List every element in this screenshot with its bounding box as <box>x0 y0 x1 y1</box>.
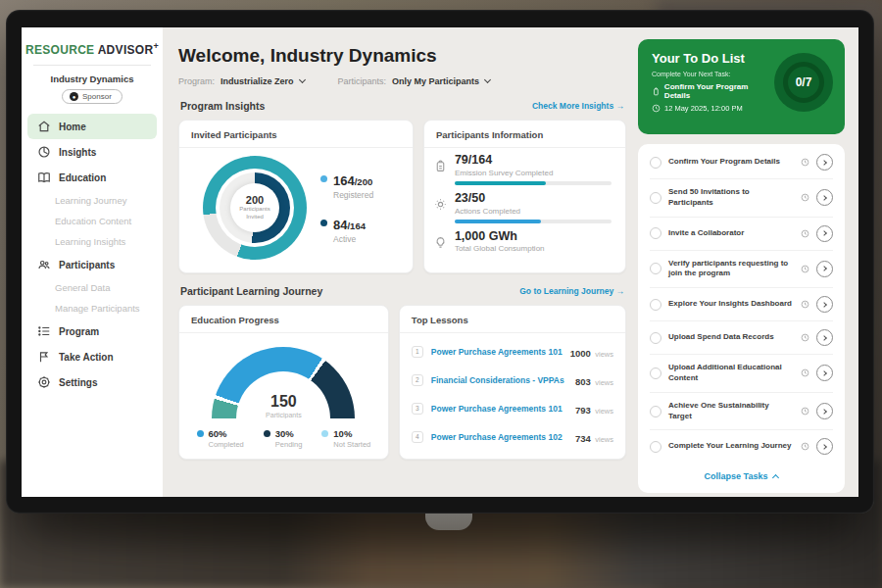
task-chevron-button[interactable] <box>816 225 833 242</box>
task-checkbox[interactable] <box>650 368 662 379</box>
sidebar-item[interactable]: Take Action <box>22 344 163 369</box>
take-action-icon <box>37 350 51 364</box>
task-chevron-button[interactable] <box>816 403 833 419</box>
task-row[interactable]: Invite a Collaborator <box>650 218 833 251</box>
top-lessons-card: Top Lessons 1 Power Purchase Agreements … <box>399 305 626 460</box>
task-checkbox[interactable] <box>650 157 662 169</box>
task-chevron-button[interactable] <box>816 261 833 277</box>
logo-plus: + <box>153 41 159 51</box>
task-chevron-button[interactable] <box>816 189 833 206</box>
clock-icon <box>801 193 809 202</box>
clock-icon <box>801 368 809 377</box>
task-checkbox[interactable] <box>650 299 662 311</box>
info-value: 1,000 GWh <box>455 230 612 244</box>
clipboard-icon <box>652 87 661 96</box>
sidebar-item-label: Learning Journey <box>55 195 126 206</box>
info-row: 79/164 Emission Survey Completed <box>434 154 612 185</box>
lesson-link[interactable]: Financial Considerations - VPPAs <box>431 375 567 385</box>
participants-information-card: Participants Information 79/164 Emission… <box>423 120 626 273</box>
task-row[interactable]: Achieve One Sustainability Target <box>650 393 833 431</box>
learning-journey-header: Participant Learning Journey Go to Learn… <box>180 285 624 297</box>
task-row[interactable]: Upload Additional Educational Content <box>650 355 833 393</box>
sidebar-item-label: Learning Insights <box>55 236 125 247</box>
content-column: Welcome, Industry Dynamics Program: Indu… <box>178 39 626 497</box>
todo-column: Your To Do List Complete Your Next Task:… <box>638 39 845 497</box>
sidebar-item[interactable]: General Data <box>22 277 163 298</box>
chevron-right-icon <box>821 160 827 166</box>
education-progress-title: Education Progress <box>179 306 388 333</box>
task-label: Explore Your Insights Dashboard <box>668 299 794 310</box>
task-row[interactable]: Upload Spend Data Records <box>650 321 833 355</box>
education-progress-card: Education Progress 150 Participants <box>178 305 389 460</box>
sidebar-item[interactable]: Insights <box>22 139 163 165</box>
monitor-bezel: RESOURCE ADVISOR+ Industry Dynamics ● Sp… <box>6 10 874 514</box>
task-chevron-button[interactable] <box>816 365 833 381</box>
sidebar-item[interactable]: Education <box>22 165 163 190</box>
survey-icon <box>434 160 447 172</box>
dashboard-screen: RESOURCE ADVISOR+ Industry Dynamics ● Sp… <box>22 27 858 497</box>
sidebar-item[interactable]: Learning Journey <box>22 190 163 211</box>
task-checkbox[interactable] <box>650 227 662 239</box>
filters-row: Program: Industrialize Zero Participants… <box>178 76 626 86</box>
lesson-rank-badge: 3 <box>412 403 423 415</box>
sidebar-item[interactable]: Home <box>27 114 157 139</box>
chevron-right-icon <box>821 302 827 308</box>
task-checkbox[interactable] <box>650 263 662 274</box>
sidebar-item-label: Home <box>59 122 86 132</box>
task-chevron-button[interactable] <box>816 329 833 346</box>
sidebar-item[interactable]: Settings <box>22 369 163 395</box>
todo-progress-ring: 0/7 <box>774 53 833 112</box>
gauge-center-value: 150 <box>212 394 355 410</box>
task-checkbox[interactable] <box>650 441 662 453</box>
progress-track <box>455 220 612 223</box>
sidebar-item-label: Education Content <box>55 216 131 226</box>
sidebar-item-label: Program <box>59 326 99 337</box>
learning-cards-row: Education Progress 150 Participants <box>178 305 626 460</box>
task-row[interactable]: Complete Your Learning Journey <box>650 430 833 463</box>
lesson-link[interactable]: Power Purchase Agreements 101 <box>431 347 563 357</box>
task-checkbox[interactable] <box>650 192 662 204</box>
clock-icon <box>801 265 809 273</box>
legend-dot-icon <box>320 220 327 226</box>
sidebar-item-label: Manage Participants <box>55 303 140 314</box>
participants-filter[interactable]: Participants: Only My Participants <box>338 76 491 86</box>
sidebar-item-label: Insights <box>59 147 96 158</box>
collapse-tasks-link[interactable]: Collapse Tasks <box>650 463 833 491</box>
sidebar-item[interactable]: Participants <box>22 252 163 277</box>
participants-filter-value: Only My Participants <box>392 76 479 86</box>
task-row[interactable]: Verify participants requesting to join t… <box>650 251 833 289</box>
sidebar-item[interactable]: Manage Participants <box>22 298 163 318</box>
lesson-link[interactable]: Power Purchase Agreements 101 <box>431 404 567 414</box>
task-row[interactable]: Send 50 Invitations to Participants <box>650 179 833 218</box>
logo-resource: RESOURCE <box>25 43 94 57</box>
task-checkbox[interactable] <box>650 406 662 417</box>
task-chevron-button[interactable] <box>816 296 833 313</box>
go-to-learning-journey-link[interactable]: Go to Learning Journey → <box>519 286 624 296</box>
tasks-list: Confirm Your Program Details Send 50 <box>650 146 833 463</box>
invited-participants-card: Invited Participants 200 Participants In… <box>178 120 414 273</box>
sidebar-nav: Home Insights Education <box>22 114 163 395</box>
task-checkbox[interactable] <box>650 332 662 344</box>
todo-subtitle: Complete Your Next Task: <box>652 71 774 77</box>
task-chevron-button[interactable] <box>816 154 833 171</box>
task-chevron-button[interactable] <box>816 438 833 455</box>
sidebar-item[interactable]: Program <box>22 318 163 344</box>
lesson-link[interactable]: Power Purchase Agreements 102 <box>431 432 567 442</box>
sidebar-item[interactable]: Learning Insights <box>22 231 163 252</box>
task-label: Confirm Your Program Details <box>668 157 794 168</box>
info-label: Total Global Consumption <box>455 244 612 253</box>
gauge-center-label: Participants <box>212 412 355 418</box>
donut-center-label: Participants Invited <box>235 206 274 221</box>
task-row[interactable]: Confirm Your Program Details <box>650 146 833 179</box>
legend-entry: 60% Completed <box>197 428 244 449</box>
info-label: Emission Survey Completed <box>455 169 612 177</box>
insights-cards-row: Invited Participants 200 Participants In… <box>178 120 626 273</box>
task-row[interactable]: Explore Your Insights Dashboard <box>650 288 833 321</box>
check-more-insights-link[interactable]: Check More Insights → <box>532 101 624 111</box>
participants-information-list: 79/164 Emission Survey Completed <box>424 148 625 257</box>
sidebar-item[interactable]: Education Content <box>22 211 163 231</box>
sponsor-label: Sponsor <box>82 92 112 101</box>
program-filter[interactable]: Program: Industrialize Zero <box>178 76 305 86</box>
lesson-row: 5 Power Purchase Agreements 103 600 view… <box>412 451 613 460</box>
program-filter-label: Program: <box>178 76 215 86</box>
